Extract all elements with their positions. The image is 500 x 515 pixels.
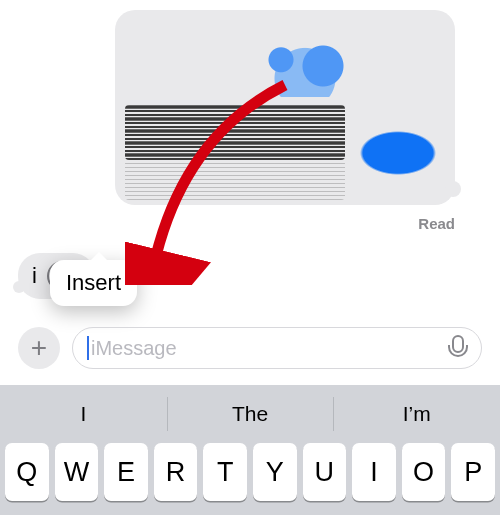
conversation-area: Read i Insert + iMessage xyxy=(0,0,500,385)
suggestion[interactable]: I’m xyxy=(333,385,500,443)
received-message-bubble[interactable] xyxy=(115,10,455,205)
key-u[interactable]: U xyxy=(303,443,347,501)
redacted-region xyxy=(125,105,345,160)
message-input[interactable]: iMessage xyxy=(72,327,482,369)
key-i[interactable]: I xyxy=(352,443,396,501)
insert-popover[interactable]: Insert xyxy=(50,260,137,306)
text-cursor xyxy=(87,336,89,360)
key-r[interactable]: R xyxy=(154,443,198,501)
plus-icon: + xyxy=(31,332,47,364)
suggestion[interactable]: The xyxy=(167,385,334,443)
draft-text: i xyxy=(32,263,37,289)
key-y[interactable]: Y xyxy=(253,443,297,501)
key-o[interactable]: O xyxy=(402,443,446,501)
suggestion-bar: I The I’m xyxy=(0,385,500,443)
message-input-placeholder: iMessage xyxy=(91,337,177,360)
keyboard: I The I’m Q W E R T Y U I O P xyxy=(0,385,500,515)
insert-popover-label: Insert xyxy=(66,270,121,295)
key-p[interactable]: P xyxy=(451,443,495,501)
key-w[interactable]: W xyxy=(55,443,99,501)
suggestion[interactable]: I xyxy=(0,385,167,443)
key-q[interactable]: Q xyxy=(5,443,49,501)
key-e[interactable]: E xyxy=(104,443,148,501)
microphone-icon[interactable] xyxy=(447,335,467,361)
keyboard-row-1: Q W E R T Y U I O P xyxy=(0,443,500,509)
compose-bar: + iMessage xyxy=(0,320,500,376)
add-button[interactable]: + xyxy=(18,327,60,369)
redacted-region xyxy=(353,127,443,179)
key-t[interactable]: T xyxy=(203,443,247,501)
redacted-region xyxy=(125,160,345,200)
read-receipt: Read xyxy=(418,215,455,232)
redacted-region xyxy=(245,35,365,97)
